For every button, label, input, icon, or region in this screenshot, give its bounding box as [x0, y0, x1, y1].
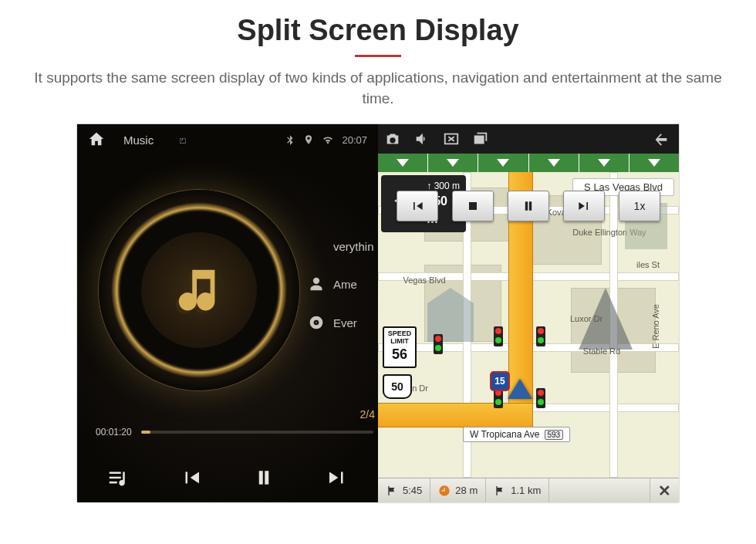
traffic-light-icon — [536, 326, 545, 346]
system-bar — [378, 124, 679, 154]
navigation-pane: Koval Ln Duke Ellington Way Vegas Blvd i… — [378, 124, 679, 502]
lane-arrow — [478, 154, 528, 172]
lane-arrow — [629, 154, 679, 172]
lane-arrow-strip — [378, 154, 679, 172]
album-icon — [309, 315, 324, 330]
volume-icon[interactable] — [413, 130, 430, 147]
lane-arrow — [528, 154, 579, 172]
sim-next-button[interactable] — [563, 191, 605, 221]
music-pane: Music ⏍ 20:07 verythin Ame — [77, 124, 378, 502]
artist-icon — [309, 276, 324, 292]
road-label: E Reno Ave — [651, 304, 660, 349]
home-icon[interactable] — [88, 130, 105, 150]
prev-button[interactable] — [174, 461, 208, 495]
wifi-icon — [322, 133, 334, 146]
nav-bottom-bar: 5:45 28 m 1.1 km ✕ — [378, 478, 679, 502]
location-icon — [303, 134, 314, 145]
lane-arrow — [579, 154, 629, 172]
flag-icon — [494, 485, 506, 497]
sim-stop-button[interactable] — [452, 191, 494, 221]
status-time: 20:07 — [342, 134, 367, 146]
track-artist: Ame — [333, 278, 357, 291]
svg-rect-3 — [469, 202, 477, 210]
speed-limit-sign: SPEED LIMIT 56 — [383, 326, 417, 368]
playlist-button[interactable] — [101, 461, 135, 495]
page-title: Split Screen Display — [0, 0, 756, 47]
svg-marker-1 — [579, 288, 633, 350]
lane-arrow — [378, 154, 427, 172]
nav-menu-button[interactable]: ✕ — [650, 478, 679, 502]
album-art — [99, 190, 299, 390]
back-icon[interactable] — [650, 130, 673, 147]
close-window-icon[interactable] — [443, 130, 460, 147]
building-icon — [579, 288, 633, 350]
pause-button[interactable] — [247, 461, 281, 495]
road-label: Vegas Blvd — [403, 275, 445, 285]
next-turn-segment: 1.1 km — [486, 478, 549, 502]
camera-icon[interactable] — [384, 130, 401, 147]
lane-arrow — [427, 154, 478, 172]
flag-icon — [386, 485, 398, 497]
next-button[interactable] — [320, 461, 354, 495]
sim-speed-button[interactable]: 1x — [619, 191, 660, 221]
elapsed-time: 00:01:20 — [96, 427, 132, 438]
music-header-label: Music — [123, 133, 154, 147]
traffic-light-icon — [494, 388, 503, 408]
sim-prev-button[interactable] — [397, 191, 438, 221]
road-label: iles St — [636, 260, 660, 269]
street-pill: W Tropicana Ave 593 — [463, 427, 570, 442]
page-description: It supports the same screen display of t… — [0, 68, 756, 124]
remaining-segment: 28 m — [430, 478, 486, 502]
exit-badge: 593 — [545, 430, 564, 440]
eta-segment: 5:45 — [378, 478, 430, 502]
track-meta: verythin Ame Ever — [309, 240, 374, 330]
vehicle-cursor-icon — [508, 379, 532, 399]
traffic-light-icon — [536, 388, 545, 408]
sim-pause-button[interactable] — [508, 191, 549, 221]
traffic-light-icon — [494, 326, 503, 346]
traffic-light-icon — [434, 334, 443, 354]
bluetooth-icon — [285, 134, 295, 145]
music-header: Music ⏍ 20:07 — [77, 124, 378, 155]
title-underline — [355, 55, 401, 57]
route-shield: 50 — [383, 374, 412, 399]
track-counter: 2/4 — [360, 408, 375, 421]
playback-controls — [77, 461, 378, 495]
sim-playback-bar: 1x — [386, 191, 671, 221]
device-frame: Music ⏍ 20:07 verythin Ame — [77, 124, 679, 502]
usb-icon: ⏍ — [180, 134, 186, 146]
multitask-icon[interactable] — [472, 130, 489, 147]
music-note-icon — [172, 263, 226, 317]
progress-bar[interactable] — [141, 431, 373, 434]
clock-icon — [438, 485, 451, 497]
track-title: verythin — [333, 240, 374, 253]
progress-row: 00:01:20 — [96, 427, 373, 438]
track-album: Ever — [333, 316, 357, 329]
